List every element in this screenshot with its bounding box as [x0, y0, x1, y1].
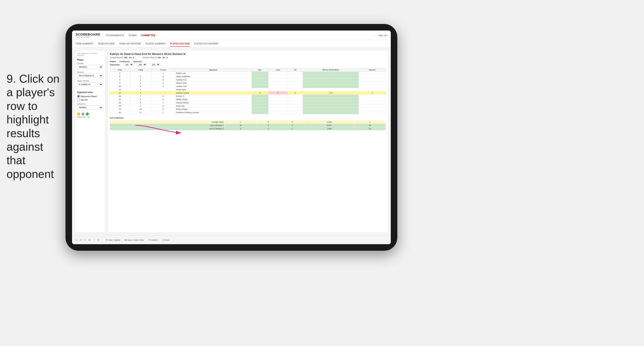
table-row[interactable]: 10 6 3 Andrea York [110, 85, 386, 88]
right-panel: Katelyn Vo Head-to-Head Grid for Women's… [108, 50, 388, 233]
ood-row[interactable]: NCAA Division 2 5 0 0 7.400 10 [110, 127, 386, 130]
highlighted-row[interactable]: 13 1 Jessica Huang 0 1 0 -3.00 2 [110, 91, 386, 95]
save-icon: 🖫 [125, 239, 126, 241]
watch-icon: 👁 [148, 239, 150, 241]
nav-tournaments[interactable]: TOURNAMENTS [106, 33, 124, 37]
subnav-team-h2h-heatmap[interactable]: TEAM H2H HEATMAP [119, 41, 141, 47]
legend-down-circle [77, 113, 80, 116]
col-tie: Tie [288, 68, 303, 72]
table-row[interactable]: 5 2 2 Alexis Sudjianto [110, 75, 386, 78]
filters-row: Region Conference Opponent [110, 60, 386, 63]
region-filter-group: Region [110, 60, 116, 63]
opponents-label-group: Opponents: [110, 64, 120, 66]
radio-top100[interactable]: Top 100 [77, 98, 103, 101]
sign-out-link[interactable]: Sign out [376, 34, 387, 37]
tablet-screen: SCOREBOARD Powered by clippd TOURNAMENTS… [72, 30, 391, 244]
legend-level-label: Level [81, 116, 86, 118]
player-rank-select[interactable]: 8. Katelyn Vo [77, 82, 103, 86]
timestamp: Last Updated: 27/03/2024 16:55:28 [77, 52, 103, 56]
nav-links: TOURNAMENTS TEAMS COMMITTEE [106, 33, 376, 37]
opponent-select[interactable]: (All) [150, 63, 160, 66]
toolbar-copy[interactable]: ⊞ [89, 239, 90, 241]
toolbar-refresh[interactable]: ⟳ [98, 239, 99, 241]
toolbar-redo[interactable]: ↻ [84, 239, 86, 241]
grid-title: Katelyn Vo Head-to-Head Grid for Women's… [110, 52, 386, 56]
subnav-player-h2h-grid[interactable]: PLAYER H2H GRID [170, 41, 190, 47]
table-row[interactable]: 16 9 1 Jessica Mason [110, 101, 386, 104]
main-content: Last Updated: 27/03/2024 16:55:28 Player… [72, 47, 391, 235]
save-custom-btn[interactable]: 🖫 Save Custom View [124, 238, 145, 242]
colour-by-label: Colour by [77, 103, 103, 105]
bottom-toolbar: ↩ ↺ ↻ ⊞ ⋯ ⟳ 👁 View: Original 🖫 Save Cust… [72, 235, 391, 244]
table-row[interactable]: 6 1 3 Sydney Kuo [110, 78, 386, 82]
col-rounds: Rounds [359, 68, 386, 72]
table-row[interactable]: 15 8 5 Stella Cheng [110, 98, 386, 101]
col-win: Win [252, 68, 268, 72]
subnav-player-summary[interactable]: PLAYER SUMMARY [146, 41, 166, 47]
col-loss: Loss [268, 68, 288, 72]
ood-table: Foreign Team 1 0 0 4.500 2 NAIA Division… [110, 120, 386, 130]
overall-record-val: 353 - 34 - 6 [124, 56, 134, 59]
sub-nav: TEAM SUMMARY TEAM H2H GRID TEAM H2H HEAT… [72, 40, 391, 47]
opponent-view-title: Opponent view [77, 91, 103, 94]
view-original-btn[interactable]: 👁 View: Original [105, 238, 121, 242]
col-opponent: Opponent [175, 68, 252, 72]
player-section-title: Player [77, 59, 103, 61]
table-row[interactable]: 9 1 4 Sharon Mun [110, 82, 386, 85]
record-row: Overall Record: 353 - 34 - 6 Division Re… [110, 56, 386, 59]
toolbar-redo-back[interactable]: ↺ [80, 239, 82, 241]
out-of-division-label: Out of division [110, 117, 386, 119]
legend-up-circle [86, 113, 89, 116]
overall-record-label: Overall Record: 353 - 34 - 6 [110, 56, 134, 59]
ood-row[interactable]: NAIA Division 1 15 0 0 9.267 30 [110, 124, 386, 127]
h2h-table: # Div # Reg # Conf Opponent Win Loss Tie… [110, 68, 386, 114]
subnav-player-h2h-heatmap[interactable]: PLAYER H2H HEATMAP [194, 41, 218, 47]
table-row[interactable]: 13 1 Heejo Hyun [110, 88, 386, 91]
table-row[interactable]: 20 11 7 Federica Domecq Lacroze [110, 111, 386, 114]
gender-select[interactable]: Women's [77, 65, 103, 69]
legend-level-circle [82, 113, 84, 116]
toolbar-more[interactable]: ⋯ [93, 239, 95, 241]
eye-icon: 👁 [106, 239, 108, 241]
subnav-team-summary[interactable]: TEAM SUMMARY [76, 41, 94, 47]
division-select[interactable]: NCAA Division III [77, 74, 103, 78]
radio-group: Opponents Played Top 100 [77, 95, 103, 101]
nav-committee[interactable]: COMMITTEE [141, 33, 156, 37]
top-nav: SCOREBOARD Powered by clippd TOURNAMENTS… [72, 30, 391, 40]
toolbar-undo[interactable]: ↩ [76, 239, 77, 241]
left-panel: Last Updated: 27/03/2024 16:55:28 Player… [75, 50, 105, 233]
conference-filter-group: Conference [120, 60, 130, 63]
tablet-frame: SCOREBOARD Powered by clippd TOURNAMENTS… [66, 24, 397, 251]
division-record-val: 331 - 34 - 6 [158, 56, 168, 59]
filters-selects-row: Opponents: (All) (All) (All) [110, 63, 386, 66]
region-select[interactable]: (All) [124, 63, 134, 66]
table-row[interactable]: 19 10 6 Emily Chang [110, 108, 386, 111]
division-label: Division [77, 71, 103, 73]
opponent-filter-group: Opponent [133, 60, 142, 63]
legend-down-label: Down [77, 116, 80, 118]
table-row[interactable]: 18 2 2 Euna Lee [110, 104, 386, 108]
col-reg: # Reg [130, 68, 151, 72]
conference-select[interactable]: (All) [137, 63, 147, 66]
nav-teams[interactable]: TEAMS [128, 33, 137, 37]
col-conf: # Conf [151, 68, 175, 72]
colour-by-select[interactable]: Win/loss [77, 106, 103, 109]
radio-opponents-played[interactable]: Opponents Played [77, 95, 103, 98]
share-icon: ⎙ [162, 239, 164, 241]
table-row[interactable]: 3 1 Esther Lee [110, 72, 386, 75]
watch-btn[interactable]: 👁 Watch ▾ [147, 238, 159, 242]
share-btn[interactable]: ⎙ Share [162, 238, 170, 242]
player-rank-label: Player (Rank) [77, 80, 103, 82]
toolbar-separator [102, 238, 102, 242]
subnav-team-h2h-grid[interactable]: TEAM H2H GRID [98, 41, 115, 47]
table-row[interactable]: 14 7 4 Eunice Yi [110, 95, 386, 98]
col-diff: Diff Av Strokes/Rnd [302, 68, 359, 72]
watch-chevron: ▾ [157, 239, 158, 241]
legend-up-label: Up [87, 116, 90, 118]
legend: Down Level Up [77, 113, 103, 118]
logo-sub: Powered by clippd [76, 36, 100, 38]
logo: SCOREBOARD [76, 33, 100, 36]
division-record-label: Division Record: 331 - 34 - 6 [143, 56, 168, 59]
gender-label: Gender [77, 62, 103, 65]
ood-row[interactable]: Foreign Team 1 0 0 4.500 2 [110, 121, 386, 124]
